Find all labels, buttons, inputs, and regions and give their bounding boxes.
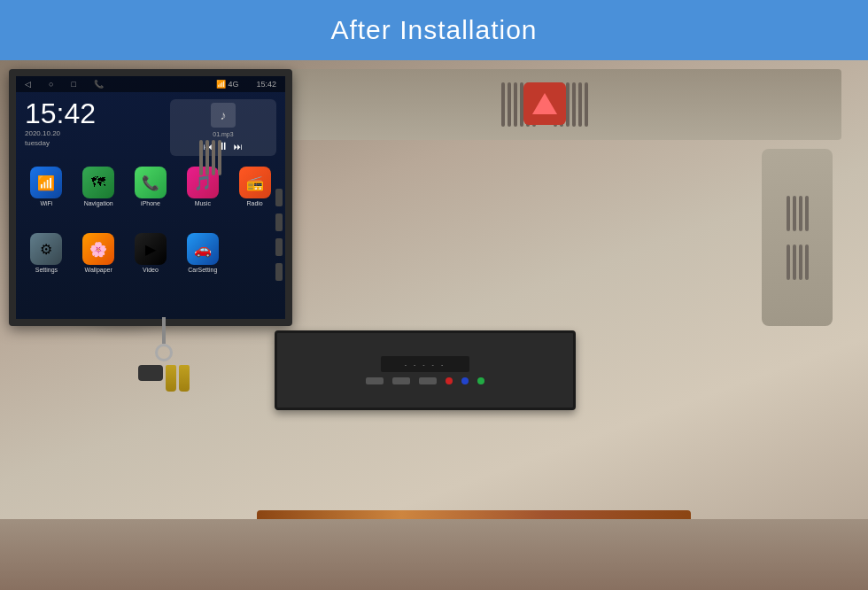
rv-slot: [799, 196, 802, 231]
phone-icon: 📞: [94, 80, 104, 89]
right-vent-panel: [762, 149, 833, 326]
clock-music-area: 15:42 2020.10.20 tuesday ♪ 01.mp3 ⏮ ⏸ ⏭: [16, 92, 285, 159]
rv-slot: [799, 245, 802, 280]
key-fob: [138, 365, 163, 381]
car-bottom-panel: [0, 519, 868, 590]
app-icon-video[interactable]: ▶Video: [128, 233, 174, 294]
back-button[interactable]: ◁: [25, 80, 31, 89]
car-keys: [137, 317, 190, 432]
settings-app-icon: ⚙: [30, 233, 62, 265]
radio-app-icon: 📻: [239, 167, 271, 198]
lv-slot: [218, 140, 221, 175]
radio-controls[interactable]: [366, 377, 484, 384]
app-icon-wifi[interactable]: 📶WiFi: [23, 167, 70, 228]
left-vent-col: [199, 140, 221, 175]
app-icon-phone[interactable]: 📞iPhone: [128, 167, 174, 228]
radio-indicator-blue: [461, 377, 469, 384]
app-icon-music[interactable]: 🎵Music: [179, 167, 226, 228]
right-vent-group-top: [787, 196, 809, 231]
left-vent-row: [199, 140, 221, 175]
rv-slot: [793, 245, 796, 280]
lower-radio-unit: - - - - -: [275, 330, 576, 410]
video-app-icon: ▶: [135, 233, 167, 265]
radio-app-label: Radio: [246, 200, 262, 206]
wallpaper-app-label: Wallpaper: [85, 267, 112, 273]
key-1: [166, 365, 176, 392]
header-banner: After Installation: [0, 0, 868, 60]
signal-icon: 📶 4G: [216, 80, 239, 89]
android-nav-bar: ◁ ○ □ 📞 📶 4G 15:42: [16, 76, 285, 92]
radio-btn-2[interactable]: [392, 377, 410, 384]
navigation-app-icon: 🗺: [82, 167, 114, 198]
app-icon-radio[interactable]: 📻Radio: [231, 167, 278, 228]
radio-btn-3[interactable]: [419, 377, 437, 384]
lv-slot: [212, 140, 215, 175]
radio-btn-1[interactable]: [366, 377, 384, 384]
vent-slot: [572, 82, 576, 127]
carsetting-app-icon: 🚗: [187, 233, 219, 265]
music-player: ♪ 01.mp3 ⏮ ⏸ ⏭: [170, 99, 276, 156]
top-vent-area: [248, 69, 841, 140]
lv-slot: [199, 140, 203, 175]
page-wrapper: After Installation 220 RPM: [0, 0, 868, 590]
clock-day: tuesday: [25, 139, 96, 147]
unit-side-buttons: [275, 189, 283, 281]
clock-display: 15:42 2020.10.20 tuesday: [25, 99, 96, 147]
key-2: [179, 365, 190, 392]
phone-app-label: iPhone: [141, 200, 160, 206]
lv-slot: [205, 140, 209, 175]
clock-date: 2020.10.20: [25, 129, 96, 137]
app-icon-wallpaper[interactable]: 🌸Wallpaper: [75, 233, 122, 294]
hazard-triangle-icon: [532, 93, 557, 114]
navigation-app-label: Navigation: [84, 200, 113, 206]
keys-bunch: [137, 365, 190, 392]
app-icon-carsetting[interactable]: 🚗CarSetting: [179, 233, 226, 294]
music-note-icon: ♪: [211, 103, 236, 128]
head-unit-screen[interactable]: ◁ ○ □ 📞 📶 4G 15:42 15:42 2020.10.20 tues…: [9, 69, 292, 326]
screen-content: 15:42 2020.10.20 tuesday ♪ 01.mp3 ⏮ ⏸ ⏭: [16, 92, 285, 301]
hazard-button[interactable]: [523, 82, 566, 125]
car-image-container: 220 RPM: [0, 60, 868, 590]
side-button-1[interactable]: [275, 189, 283, 206]
square-button[interactable]: □: [71, 80, 75, 89]
side-button-3[interactable]: [275, 238, 283, 256]
vent-slot: [514, 82, 517, 127]
radio-indicator-green: [477, 377, 484, 384]
page-title: After Installation: [330, 15, 537, 45]
next-button[interactable]: ⏭: [234, 142, 243, 151]
rv-slot: [805, 196, 809, 231]
status-time: 15:42: [256, 80, 276, 89]
rv-slot: [793, 196, 796, 231]
carsetting-app-label: CarSetting: [188, 267, 217, 273]
video-app-label: Video: [143, 267, 159, 273]
app-icon-navigation[interactable]: 🗺Navigation: [75, 167, 122, 228]
wallpaper-app-icon: 🌸: [82, 233, 114, 265]
radio-indicator: [446, 377, 453, 384]
music-app-label: Music: [195, 200, 211, 206]
app-icon-settings[interactable]: ⚙Settings: [23, 233, 70, 294]
home-button[interactable]: ○: [49, 80, 53, 89]
vent-slot: [566, 82, 570, 127]
phone-app-icon: 📞: [135, 167, 167, 198]
vent-slot: [501, 82, 505, 127]
side-button-4[interactable]: [275, 263, 283, 281]
settings-app-label: Settings: [35, 267, 58, 273]
vent-slot: [578, 82, 582, 127]
vent-slot: [585, 82, 588, 127]
screen-inner: ◁ ○ □ 📞 📶 4G 15:42 15:42 2020.10.20 tues…: [16, 76, 285, 319]
rv-slot: [805, 245, 809, 280]
song-name: 01.mp3: [213, 131, 233, 137]
key-chain: [162, 317, 166, 344]
right-vent-group-bottom: [787, 245, 809, 280]
clock-time: 15:42: [25, 99, 96, 128]
vent-slot: [508, 82, 511, 127]
rv-slot: [787, 245, 790, 280]
app-grid: 📶WiFi🗺Navigation📞iPhone🎵Music📻Radio⚙Sett…: [16, 159, 285, 301]
radio-display: - - - - -: [381, 356, 469, 372]
wifi-app-label: WiFi: [40, 200, 52, 206]
wifi-app-icon: 📶: [30, 167, 62, 198]
side-button-2[interactable]: [275, 213, 283, 231]
rv-slot: [787, 196, 790, 231]
key-ring: [155, 344, 173, 361]
